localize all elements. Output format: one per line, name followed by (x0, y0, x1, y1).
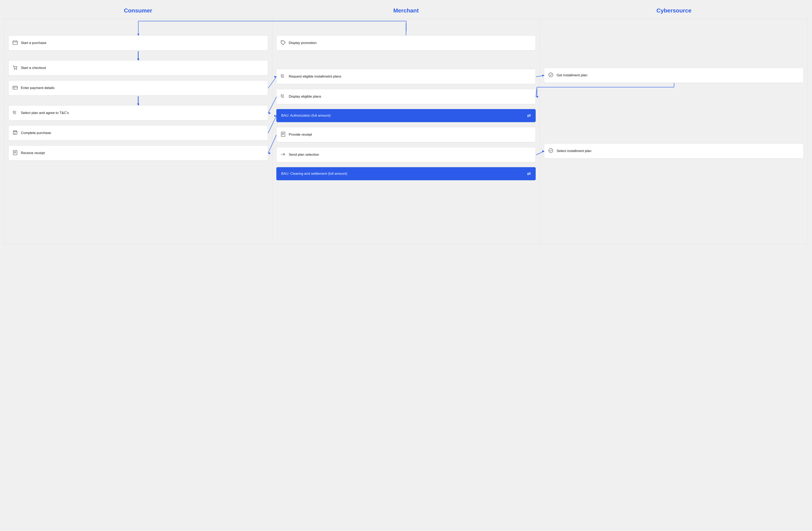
send-plan-box: Send plan selection (276, 147, 536, 162)
send-plan-icon (280, 152, 286, 158)
complete-purchase-label: Complete purchase (21, 131, 51, 135)
checkout-icon (12, 64, 18, 71)
payment-icon (12, 85, 18, 91)
get-installment-box: Get installment plan (544, 68, 803, 83)
get-installment-label: Get installment plan (556, 73, 587, 78)
receive-receipt-label: Receive receipt (21, 151, 45, 156)
svg-rect-25 (13, 41, 17, 44)
svg-rect-30 (13, 150, 17, 155)
provide-receipt-icon (280, 131, 286, 138)
display-eligible-icon (280, 93, 286, 100)
display-promotion-label: Display promotion (289, 41, 317, 45)
bau-auth-label: BAU: Authorization (full amount) (281, 114, 331, 118)
start-purchase-box: Start a purchase (9, 35, 268, 51)
display-eligible-label: Display eligible plans (289, 94, 321, 99)
bau-clearing-bar: BAU: Clearing and settlement (full amoun… (276, 167, 536, 180)
svg-rect-28 (13, 86, 17, 89)
send-plan-label: Send plan selection (289, 153, 319, 157)
get-install-icon (548, 72, 554, 78)
complete-icon (12, 130, 18, 136)
svg-point-27 (16, 69, 17, 70)
select-install-icon (548, 148, 554, 154)
provide-receipt-box: Provide receipt (276, 127, 536, 142)
consumer-lane: Start a purchase Start a checkout (4, 19, 272, 244)
provide-receipt-label: Provide receipt (289, 132, 312, 137)
display-eligible-box: Display eligible plans (276, 89, 536, 104)
select-installment-box: Select installment plan (544, 143, 803, 159)
svg-point-34 (549, 148, 553, 153)
start-checkout-label: Start a checkout (21, 66, 46, 70)
arrow-1 (138, 52, 138, 59)
enter-payment-label: Enter payment details (21, 86, 54, 90)
svg-rect-32 (281, 132, 285, 137)
select-plan-label: Select plan and agree to T&C's (21, 111, 69, 115)
request-installment-label: Request eligible installmetnt plans (289, 74, 342, 79)
select-installment-label: Select installment plan (556, 149, 591, 154)
top-connector (9, 23, 268, 35)
merchant-lane: Display promotion Request eligible insta… (272, 19, 540, 244)
promotion-icon (280, 40, 286, 46)
enter-payment-box: Enter payment details (9, 81, 268, 96)
cybersource-lane: Get installment plan Select i (540, 19, 808, 244)
bau-auth-bar: BAU: Authorization (full amount) ⇄ (276, 109, 536, 122)
select-plan-icon (12, 110, 18, 116)
receive-receipt-box: Receive receipt (9, 145, 268, 161)
col2-header: Merchant (272, 4, 540, 19)
lane-body: Start a purchase Start a checkout (4, 19, 808, 244)
request-installment-box: Request eligible installmetnt plans (276, 69, 536, 84)
svg-rect-29 (13, 131, 17, 134)
request-icon (280, 73, 286, 80)
top-vert-line (406, 23, 406, 35)
svg-point-33 (549, 73, 553, 77)
svg-point-26 (15, 69, 15, 70)
arrow-2 (138, 96, 138, 104)
transfer-icon: ⇄ (527, 113, 531, 118)
transfer-icon-2: ⇄ (527, 171, 531, 176)
bau-clearing-label: BAU: Clearing and settlement (full amoun… (281, 172, 347, 176)
svg-point-31 (282, 41, 282, 42)
col1-header: Consumer (4, 4, 272, 19)
purchase-icon (12, 40, 18, 46)
receipt-icon (12, 150, 18, 156)
select-plan-box: Select plan and agree to T&C's (9, 105, 268, 120)
start-purchase-label: Start a purchase (21, 41, 46, 45)
diagram: Consumer Merchant Cybersource (4, 4, 808, 244)
column-headers: Consumer Merchant Cybersource (4, 4, 808, 19)
col3-header: Cybersource (540, 4, 808, 19)
start-checkout-box: Start a checkout (9, 60, 268, 75)
complete-purchase-box: Complete purchase (9, 126, 268, 141)
display-promotion-box: Display promotion (276, 35, 536, 51)
